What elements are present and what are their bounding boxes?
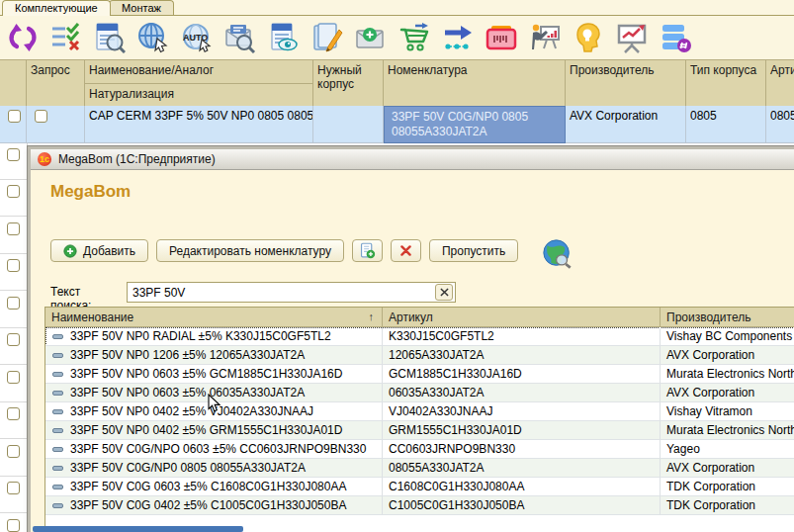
table-row[interactable]: 33PF 50V C0G/NPO 0603 ±5% CC0603JRNPO9BN… <box>45 440 794 459</box>
table-row[interactable]: 33PF 50V NP0 1206 ±5% 12065A330JAT2A 120… <box>45 346 794 365</box>
table-row[interactable] <box>0 143 27 180</box>
row-checkbox[interactable] <box>7 371 20 384</box>
results-table-header: Наименование ↑ Артикул Производитель <box>45 308 794 327</box>
table-row[interactable]: 33PF 50V C0G 0402 ±5% C1005C0G1H330J050B… <box>45 496 794 515</box>
skip-button[interactable]: Пропустить <box>429 239 518 262</box>
row-checkbox[interactable] <box>7 407 20 420</box>
column-header-package-type[interactable]: Тип корпуса <box>686 60 766 107</box>
transfer-icon[interactable] <box>442 22 474 53</box>
dialog-title: MegaBom (1С:Предприятие) <box>58 152 216 166</box>
table-row[interactable] <box>0 292 27 328</box>
tab-separator <box>0 15 794 16</box>
barcode-icon[interactable] <box>485 22 517 53</box>
column-header-article[interactable]: Артикул <box>766 60 794 107</box>
refresh-icon[interactable] <box>7 22 39 53</box>
edit-documents-icon[interactable] <box>311 22 343 53</box>
mouse-cursor <box>208 394 221 417</box>
dialog-button-row: Добавить Редактировать номенклатуру Проп… <box>50 235 573 266</box>
skip-button-label: Пропустить <box>442 244 505 258</box>
table-row[interactable] <box>0 254 27 291</box>
horizontal-scrollbar-thumb[interactable] <box>33 526 243 532</box>
results-table: Наименование ↑ Артикул Производитель 33P… <box>44 307 794 532</box>
app-window: Комплектующие Монтаж AUTO <box>0 0 794 532</box>
column-header-name-analog[interactable]: Наименование/Аналог <box>85 60 313 84</box>
red-x-icon <box>399 244 412 257</box>
row-checkbox[interactable] <box>8 110 21 123</box>
table-row[interactable] <box>0 514 27 532</box>
row-checkbox[interactable] <box>7 259 20 272</box>
table-row[interactable] <box>0 180 27 217</box>
search-input[interactable] <box>127 282 456 303</box>
delete-button[interactable] <box>391 239 421 262</box>
globe-auto-icon[interactable]: AUTO <box>181 22 213 53</box>
cart-icon[interactable] <box>398 22 430 53</box>
tab-components[interactable]: Комплектующие <box>2 0 111 16</box>
table-row[interactable] <box>0 366 27 402</box>
table-row[interactable]: 33PF 50V C0G 0603 ±5% C1608C0G1H330J080A… <box>45 478 794 496</box>
name-cell: CAP CERM 33PF 5% 50V NP0 0805 08055A... <box>85 106 313 143</box>
clear-icon[interactable] <box>435 284 453 301</box>
column-header-required-package[interactable]: Нужный корпус <box>313 60 384 107</box>
table-row[interactable]: 33PF 50V NP0 0402 ±5% VJ0402A330JNAAJ VJ… <box>45 402 794 421</box>
chart-board-icon[interactable] <box>616 22 648 53</box>
item-icon <box>52 353 63 358</box>
row-checkbox[interactable] <box>7 445 20 458</box>
table-row[interactable] <box>0 477 27 513</box>
globe-search-icon[interactable] <box>542 238 573 269</box>
check-list-icon[interactable] <box>50 22 82 53</box>
item-icon <box>52 409 63 414</box>
column-header-naturalization[interactable]: Натурализация <box>85 84 313 107</box>
column-header-manufacturer[interactable]: Производитель <box>661 308 794 327</box>
add-button-label: Добавить <box>83 244 135 258</box>
required-package-cell <box>313 106 384 143</box>
item-icon <box>52 428 63 433</box>
item-icon <box>52 447 63 452</box>
row-checkbox[interactable] <box>7 222 20 235</box>
table-row[interactable]: 33PF 50V C0G/NP0 0805 08055A330JAT2A 080… <box>45 459 794 478</box>
sort-ascending-icon: ↑ <box>369 310 375 322</box>
row-checkbox[interactable] <box>7 482 20 494</box>
column-header-article[interactable]: Артикул <box>383 308 661 327</box>
nomenclature-cell-selected[interactable]: 33PF 50V C0G/NP0 0805 08055A330JAT2A <box>384 106 566 143</box>
column-header-manufacturer[interactable]: Производитель <box>566 60 686 107</box>
main-table-row[interactable]: CAP CERM 33PF 5% 50V NP0 0805 08055A... … <box>0 106 794 143</box>
mail-add-icon[interactable] <box>355 22 387 53</box>
idea-icon[interactable] <box>573 22 604 53</box>
table-row[interactable]: 33PF 50V NP0 0603 ±5% GCM1885C1H330JA16D… <box>45 365 794 384</box>
table-row[interactable] <box>0 328 27 365</box>
database-icon[interactable] <box>660 22 691 53</box>
table-row[interactable] <box>0 440 27 477</box>
column-header-nomenclature[interactable]: Номенклатура <box>384 60 566 107</box>
dialog-titlebar[interactable]: 1с MegaBom (1С:Предприятие) <box>31 149 794 170</box>
item-icon <box>52 485 63 489</box>
row-checkbox[interactable] <box>7 519 20 532</box>
item-icon <box>52 372 63 377</box>
plus-icon <box>63 244 77 258</box>
column-header-checkbox[interactable] <box>0 60 27 107</box>
create-document-button[interactable] <box>352 239 383 262</box>
1c-logo-icon: 1с <box>38 152 51 166</box>
document-search-icon[interactable] <box>94 22 126 53</box>
tab-assembly[interactable]: Монтаж <box>109 0 174 15</box>
row-checkbox[interactable] <box>7 297 20 310</box>
row-checkbox[interactable] <box>7 148 20 161</box>
request-checkbox[interactable] <box>35 110 47 123</box>
mail-search-icon[interactable] <box>224 22 256 53</box>
edit-button-label: Редактировать номенклатуру <box>169 244 331 258</box>
table-row[interactable]: 33PF 50V NP0 0402 ±5% GRM1555C1H330JA01D… <box>45 421 794 440</box>
column-header-request[interactable]: Запрос <box>27 60 85 107</box>
edit-nomenclature-button[interactable]: Редактировать номенклатуру <box>156 239 344 262</box>
table-row[interactable]: 33PF 50V NP0 RADIAL ±5% K330J15C0GF5TL2 … <box>45 327 794 346</box>
column-header-name[interactable]: Наименование ↑ <box>45 308 383 327</box>
globe-pointer-icon[interactable] <box>137 22 169 53</box>
table-row[interactable]: 33PF 50V NP0 0603 ±5% 06035A330JAT2A 060… <box>45 384 794 402</box>
presentation-icon[interactable] <box>529 22 561 53</box>
table-row[interactable] <box>0 218 27 254</box>
table-row[interactable] <box>0 402 27 439</box>
row-checkbox[interactable] <box>7 185 20 198</box>
document-view-icon[interactable] <box>268 22 300 53</box>
row-checkbox[interactable] <box>7 333 20 346</box>
dialog-heading: MegaBom <box>50 182 131 202</box>
add-button[interactable]: Добавить <box>50 239 148 262</box>
background-rows-strip <box>0 143 28 532</box>
